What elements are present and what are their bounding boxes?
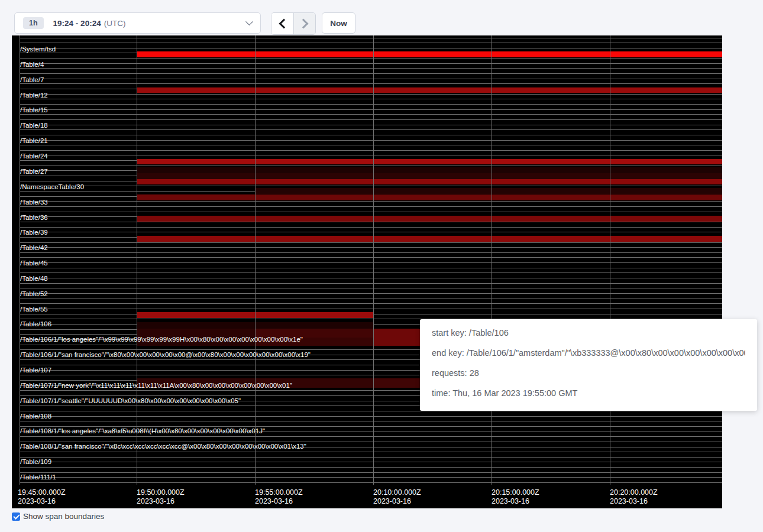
span-label: /System/tsd xyxy=(20,46,56,53)
heat-band xyxy=(255,188,722,194)
span-boundary-line xyxy=(20,283,722,284)
span-boundary-line xyxy=(20,426,722,427)
tooltip-time: time: Thu, 16 Mar 2023 19:55:00 GMT xyxy=(432,387,745,399)
prev-range-button[interactable] xyxy=(271,13,293,34)
time-nav-group xyxy=(271,12,316,35)
key-visualizer-heatmap[interactable]: /System/tsd/Table/4/Table/7/Table/12/Tab… xyxy=(12,35,722,508)
span-label: /Table/109 xyxy=(20,458,51,465)
span-boundary-line xyxy=(20,125,722,125)
next-range-button[interactable] xyxy=(293,13,315,34)
x-axis-tick-time: 20:15:00.000Z xyxy=(492,488,539,497)
span-boundary-line xyxy=(20,467,722,468)
span-boundary-line xyxy=(20,206,722,207)
time-gridline xyxy=(492,35,492,485)
span-label: /Table/107/1/"new york"/"\x11\x11\x11\x1… xyxy=(20,382,292,389)
heat-band xyxy=(137,173,722,179)
span-boundary-line xyxy=(20,442,722,442)
span-boundary-line xyxy=(20,94,722,95)
time-range-label: 19:24 - 20:24(UTC) xyxy=(53,19,126,28)
span-boundary-line xyxy=(20,247,722,248)
heat-band xyxy=(137,51,722,57)
span-boundary-line xyxy=(20,262,722,263)
time-gridline xyxy=(137,35,137,485)
heat-band xyxy=(137,236,722,242)
chevron-down-icon xyxy=(245,18,253,25)
span-boundary-line xyxy=(20,155,722,155)
heat-band xyxy=(137,194,722,200)
span-boundary-line xyxy=(20,73,722,74)
span-boundary-line xyxy=(20,421,722,421)
span-boundary-line xyxy=(20,416,722,417)
span-label: /Table/15 xyxy=(20,106,48,113)
span-boundary-line xyxy=(20,186,722,186)
span-boundary-line xyxy=(20,129,722,130)
span-boundary-line xyxy=(20,288,722,288)
span-label: /Table/18 xyxy=(20,122,48,129)
span-boundary-line xyxy=(20,38,722,38)
span-label: /Table/36 xyxy=(20,214,48,221)
heat-band xyxy=(137,159,722,164)
span-boundary-line xyxy=(20,109,722,110)
span-boundary-line xyxy=(20,293,722,294)
span-label: /Table/45 xyxy=(20,259,48,267)
x-axis-tick-time: 20:10:00.000Z xyxy=(373,488,421,497)
x-axis-tick-time: 20:20:00.000Z xyxy=(610,488,658,497)
span-boundary-line xyxy=(20,135,722,135)
span-label: /Table/39 xyxy=(20,229,48,236)
span-boundary-line xyxy=(20,48,722,48)
x-axis-tick-time: 19:45:00.000Z xyxy=(18,488,66,497)
chevron-left-icon xyxy=(279,19,289,29)
span-boundary-line xyxy=(20,242,722,243)
span-label: /Table/108 xyxy=(20,413,51,420)
span-label: /Table/108/1/"san francisco"/"\x8c\xcc\x… xyxy=(20,443,306,450)
span-label: /Table/107 xyxy=(20,366,51,374)
x-axis-tick-date: 2023-03-16 xyxy=(492,497,529,506)
span-label: /Table/107/1/"seattle"/"UUUUUUD\x00\x80\… xyxy=(20,397,241,404)
x-axis-tick-date: 2023-03-16 xyxy=(18,497,56,506)
span-boundary-line xyxy=(20,227,722,228)
span-boundary-line xyxy=(20,457,722,458)
span-label: /Table/106/1/"los angeles"/"\x99\x99\x99… xyxy=(20,336,303,343)
span-boundary-line xyxy=(20,462,722,462)
span-label: /Table/111/1 xyxy=(20,473,56,481)
span-boundary-line xyxy=(20,452,722,452)
span-label: /Table/4 xyxy=(20,61,44,68)
heatmap-tooltip: start key: /Table/106 end key: /Table/10… xyxy=(420,319,757,411)
x-axis-tick-date: 2023-03-16 xyxy=(255,497,293,506)
heat-band xyxy=(137,87,722,93)
span-label: /Table/106 xyxy=(20,320,51,327)
span-label: /Table/48 xyxy=(20,275,48,282)
span-boundary-line xyxy=(20,79,722,79)
span-boundary-line xyxy=(20,436,722,437)
span-label: /Table/12 xyxy=(20,92,48,99)
span-label: /NamespaceTable/30 xyxy=(20,183,84,190)
duration-badge: 1h xyxy=(23,17,44,30)
span-boundary-line xyxy=(20,114,722,115)
x-axis-tick-time: 19:50:00.000Z xyxy=(137,488,185,497)
span-label: /Table/24 xyxy=(20,153,48,160)
span-boundary-line xyxy=(20,299,722,299)
show-span-boundaries-control: Show span boundaries xyxy=(12,512,104,521)
span-boundary-line xyxy=(20,482,722,483)
span-boundary-line xyxy=(20,472,722,473)
time-range-selector[interactable]: 1h 19:24 - 20:24(UTC) xyxy=(14,12,261,34)
span-boundary-line xyxy=(20,43,722,43)
x-axis-tick-date: 2023-03-16 xyxy=(610,497,648,506)
show-span-boundaries-checkbox[interactable] xyxy=(12,512,20,521)
span-label: /Table/106/1/"san francisco"/"\x80\x00\x… xyxy=(20,351,311,358)
span-boundary-line xyxy=(20,278,722,278)
x-axis-tick-date: 2023-03-16 xyxy=(137,497,174,506)
span-boundary-line xyxy=(20,201,722,202)
timezone-label: (UTC) xyxy=(104,19,126,28)
time-gridline xyxy=(373,35,374,485)
now-button[interactable]: Now xyxy=(322,12,355,34)
span-boundary-line xyxy=(20,309,722,309)
tooltip-requests: requests: 28 xyxy=(432,367,745,379)
heat-band xyxy=(137,179,722,184)
span-label: /Table/21 xyxy=(20,137,48,144)
span-label: /Table/33 xyxy=(20,199,48,206)
span-boundary-line xyxy=(20,411,722,411)
chevron-right-icon xyxy=(299,19,309,29)
span-boundary-line xyxy=(20,257,722,258)
span-boundary-line xyxy=(20,68,722,69)
